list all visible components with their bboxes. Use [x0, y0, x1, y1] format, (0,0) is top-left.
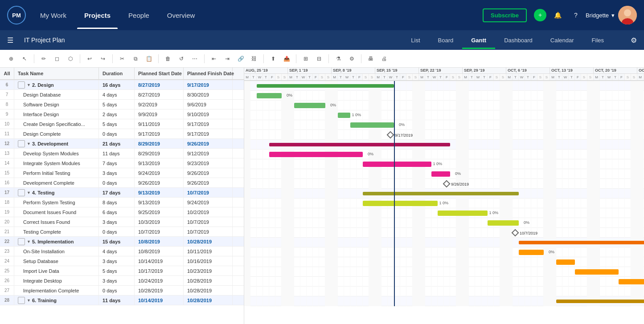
nav-my-work[interactable]: My Work	[33, 8, 74, 23]
cut-tool[interactable]: ✂	[116, 53, 128, 65]
gantt-week-label: OCT, 20 '19	[594, 68, 637, 73]
checkbox[interactable]	[18, 189, 25, 196]
task-start: 10/17/2019	[135, 266, 184, 276]
filter-settings-tool[interactable]: ⚙	[346, 53, 357, 65]
settings-icon[interactable]: ⚙	[631, 36, 637, 45]
task-name: Design Complete	[14, 129, 99, 139]
table-row: 22 ▼ 5. Implementation 15 days 10/8/2019…	[0, 237, 244, 247]
tab-board[interactable]: Board	[429, 32, 463, 49]
nav-projects[interactable]: Projects	[77, 8, 118, 23]
tab-dashboard[interactable]: Dashboard	[495, 32, 541, 49]
copy-tool[interactable]: ⧉	[130, 53, 141, 65]
row-num: 28	[0, 296, 14, 305]
undo-tool[interactable]: ↩	[84, 53, 95, 65]
gantt-bar: 0%	[519, 250, 544, 255]
more-tool[interactable]: ⋯	[189, 53, 201, 65]
logo[interactable]: PM	[7, 6, 26, 24]
task-start: 9/13/2019	[135, 188, 184, 198]
avatar[interactable]	[618, 6, 637, 24]
bar-label: 1 0%	[352, 113, 361, 117]
checkbox[interactable]	[18, 297, 25, 304]
menu-icon[interactable]: ☰	[7, 36, 13, 45]
nav-people[interactable]: People	[121, 8, 156, 23]
row-num: 11	[0, 129, 14, 139]
gantt-day-label: W	[388, 74, 394, 80]
link-tool[interactable]: ⬡	[65, 53, 76, 65]
checkbox[interactable]	[18, 238, 25, 245]
align-left-tool[interactable]: ⇤	[208, 53, 220, 65]
task-name: ▼ 5. Implementation	[14, 237, 99, 247]
gantt-bar: 0%	[257, 93, 282, 98]
refresh-tool[interactable]: ↺	[176, 53, 187, 65]
task-finish: 10/2/2019	[184, 207, 233, 217]
tab-calendar[interactable]: Calendar	[541, 32, 583, 49]
col-start-header[interactable]: Planned Start Date	[135, 68, 184, 79]
gantt-day-label: S	[500, 74, 506, 80]
task-dur: 5 days	[99, 266, 135, 276]
grid1-tool[interactable]: ⊞	[300, 53, 312, 65]
task-finish: 9/17/2019	[184, 129, 233, 139]
grid2-tool[interactable]: ⊟	[313, 53, 325, 65]
tab-list[interactable]: List	[402, 32, 429, 49]
table-row: 10 Create Design Specificatio... 5 days …	[0, 119, 244, 129]
task-finish: 10/23/2019	[184, 266, 233, 276]
table-row: 27 Implementation Complete 0 days 10/28/…	[0, 286, 244, 296]
table-row: 26 Integrate Desktop 3 days 10/24/2019 1…	[0, 276, 244, 286]
task-name: Interface Design	[14, 109, 99, 119]
delete-tool[interactable]: 🗑	[162, 53, 174, 65]
task-dur: 11 days	[99, 149, 135, 158]
gantt-chart[interactable]: AUG, 25 '19SEP, 1 '19SEP, 8 '19SEP, 15 '…	[244, 68, 644, 324]
gantt-day-label: W	[257, 74, 263, 80]
export2-tool[interactable]: 📤	[281, 53, 292, 65]
col-finish-header[interactable]: Planned Finish Date	[184, 68, 233, 79]
print1-tool[interactable]: 🖶	[365, 53, 377, 65]
expand-icon[interactable]: ▼	[27, 298, 31, 303]
gantt-row	[244, 267, 644, 277]
task-start: 8/29/2019	[135, 139, 184, 149]
task-name: Perform System Testing	[14, 198, 99, 207]
gantt-day-label: F	[531, 74, 537, 80]
task-name: ▼ 2. Design	[14, 80, 99, 90]
filter-tool[interactable]: ⚗	[332, 53, 344, 65]
checkbox[interactable]	[18, 81, 25, 89]
help-icon[interactable]: ?	[570, 9, 582, 21]
tab-files[interactable]: Files	[583, 32, 613, 49]
align-right-tool[interactable]: ⇥	[222, 53, 233, 65]
print2-tool[interactable]: 🖨	[378, 53, 390, 65]
subscribe-button[interactable]: Subscribe	[483, 8, 527, 22]
tab-gantt[interactable]: Gantt	[462, 32, 495, 49]
gantt-row	[244, 140, 644, 150]
gantt-day-label: S	[456, 74, 463, 80]
notification-icon[interactable]: 🔔	[552, 9, 564, 21]
gantt-day-label: T	[307, 74, 313, 80]
gantt-day-label: M	[288, 74, 294, 80]
project-tabs: List Board Gantt Dashboard Calendar File…	[402, 32, 613, 49]
task-finish: 10/7/2019	[184, 227, 233, 237]
shape-tool[interactable]: ◻	[51, 53, 63, 65]
task-finish: 10/28/2019	[184, 276, 233, 286]
expand-icon[interactable]: ▼	[27, 190, 31, 195]
nav-overview[interactable]: Overview	[160, 8, 202, 23]
expand-icon[interactable]: ▼	[27, 142, 31, 146]
select-tool[interactable]: ↖	[19, 53, 30, 65]
redo-tool[interactable]: ↪	[97, 53, 109, 65]
checkbox[interactable]	[18, 140, 25, 147]
add-tool-btn[interactable]: ⊕	[5, 53, 17, 65]
export-tool[interactable]: ⬆	[267, 53, 279, 65]
row-num: 8	[0, 100, 14, 109]
link2-tool[interactable]: 🔗	[235, 53, 246, 65]
paste-tool[interactable]: 📋	[143, 53, 155, 65]
col-task-header[interactable]: Task Name	[14, 68, 99, 79]
expand-icon[interactable]: ▼	[27, 239, 31, 244]
table-row: 16 Development Complete 0 days 9/26/2019…	[0, 178, 244, 188]
gantt-day-label: M	[594, 74, 600, 80]
col-dur-header[interactable]: Duration	[99, 68, 135, 79]
gantt-bar: 1 0%	[338, 113, 350, 118]
edit-tool[interactable]: ✏	[38, 53, 49, 65]
user-menu[interactable]: Bridgette ▾	[586, 12, 615, 19]
col-all-header[interactable]: All	[0, 68, 14, 79]
gantt-day-label: T	[294, 74, 300, 80]
unlink-tool[interactable]: ⛓	[248, 53, 260, 65]
add-icon[interactable]: ＋	[534, 9, 546, 21]
expand-icon[interactable]: ▼	[27, 83, 31, 87]
